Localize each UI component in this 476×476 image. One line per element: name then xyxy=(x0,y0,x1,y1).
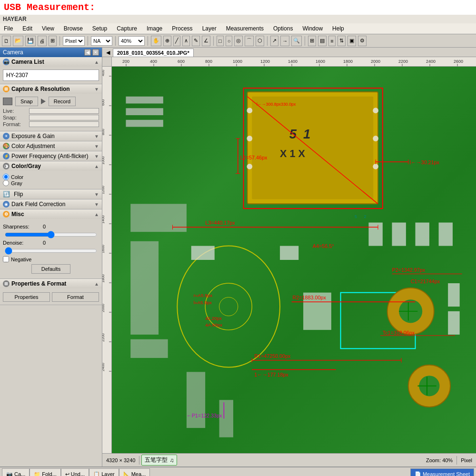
menu-item-options[interactable]: Options xyxy=(271,24,295,33)
camera-list-arrow: ▲ xyxy=(94,60,99,65)
misc-arrow: ▲ xyxy=(94,212,99,217)
cursor-tool[interactable]: ↗ xyxy=(270,36,278,46)
capture-header[interactable]: ⊞ Capture & Resolution ▼ xyxy=(0,84,102,94)
svg-text:600: 600 xyxy=(102,99,105,106)
color-radio-row: Color xyxy=(3,174,99,180)
mea-taskbar-btn[interactable]: 📐 Mea... xyxy=(119,468,150,476)
svg-text:2400: 2400 xyxy=(426,59,436,64)
measurement-sheet-btn[interactable]: 📄 Measurement Sheet xyxy=(410,468,474,476)
zoom-in-tool[interactable]: 🔍 xyxy=(291,36,302,46)
menu-item-setup[interactable]: Setup xyxy=(90,24,109,33)
exposure-section: ☀ Exposure & Gain ▼ xyxy=(0,131,102,141)
svg-text:2400: 2400 xyxy=(102,363,105,371)
ellipse-tool[interactable]: ○ xyxy=(226,36,233,46)
rect-tool[interactable]: □ xyxy=(217,36,224,46)
panel-close-btn[interactable]: ✕ xyxy=(92,49,99,56)
freehand-tool[interactable]: ✎ xyxy=(192,36,200,46)
pcb-background xyxy=(112,67,476,453)
dark-field-header[interactable]: ◉ Dark Field Correction ▼ xyxy=(0,199,102,209)
menu-item-help[interactable]: Help xyxy=(330,24,346,33)
camera-taskbar-btn[interactable]: 📷 Ca... xyxy=(2,468,30,476)
separator-4 xyxy=(148,36,148,46)
exposure-header[interactable]: ☀ Exposure & Gain ▼ xyxy=(0,131,102,141)
properties-button[interactable]: Properties xyxy=(3,292,50,302)
undo-taskbar-btn[interactable]: ↩ Und... xyxy=(61,468,89,476)
menu-item-browse[interactable]: Browse xyxy=(62,24,85,33)
compare-tool[interactable]: ▤ xyxy=(318,36,327,46)
menu-item-file[interactable]: File xyxy=(2,24,15,33)
zoom-select[interactable]: 40% xyxy=(119,36,145,46)
circle-tool[interactable]: ◎ xyxy=(234,36,243,46)
color-adj-header[interactable]: 🎨 Color Adjustment ▼ xyxy=(0,141,102,151)
panel-pin-btn[interactable]: ◀ xyxy=(84,49,91,56)
print-button[interactable]: 🖨 xyxy=(38,36,47,46)
new-button[interactable]: 🗋 xyxy=(2,36,11,46)
denoise-slider[interactable] xyxy=(5,248,97,254)
tab-scroll-left[interactable]: ◀ xyxy=(104,49,112,57)
line-tool[interactable]: ╱ xyxy=(173,36,180,46)
color-radio[interactable] xyxy=(3,174,9,180)
measure-tool[interactable]: ⊕ xyxy=(163,36,171,46)
gray-radio[interactable] xyxy=(3,180,9,186)
arc-tool[interactable]: ⌒ xyxy=(245,36,254,46)
image-ruler-container: 4006008001000120014001600180020002200240… xyxy=(102,67,476,453)
camera-taskbar-icon: 📷 xyxy=(6,471,13,476)
menu-item-image[interactable]: Image xyxy=(145,24,164,33)
negative-checkbox[interactable] xyxy=(3,256,9,262)
open-button[interactable]: 📂 xyxy=(13,36,23,46)
layer-taskbar-btn[interactable]: 📋 Layer xyxy=(89,468,119,476)
format-button[interactable]: Format xyxy=(52,292,99,302)
settings-tool[interactable]: ⚙ xyxy=(358,36,367,46)
menu-item-capture[interactable]: Capture xyxy=(115,24,139,33)
live-label: Live: xyxy=(3,108,29,114)
ime-btn[interactable]: 五笔字型 xyxy=(145,456,168,464)
snap-record-row: Snap Record xyxy=(3,97,99,106)
menu-item-measurements[interactable]: Measurements xyxy=(224,24,266,33)
capture-icon: ⊞ xyxy=(3,86,10,92)
menu-item-edit[interactable]: Edit xyxy=(20,24,34,33)
flip-tool[interactable]: ⇅ xyxy=(337,36,346,46)
image-tab[interactable]: 2018_0101_003554_010.JPG* xyxy=(113,49,194,57)
flip-header[interactable]: 🔃 Flip ▼ xyxy=(0,189,102,199)
pixel-select[interactable]: Pixel xyxy=(63,36,85,46)
menu-item-window[interactable]: Window xyxy=(300,24,325,33)
snap-button[interactable]: Snap xyxy=(15,97,38,106)
polygon-tool[interactable]: ⬡ xyxy=(256,36,264,46)
camera-list-item[interactable]: HY-2307 xyxy=(3,69,99,81)
power-freq-header-left: ⚡ Power Frequency (Anti-flicker) xyxy=(3,153,88,159)
camera-list-header[interactable]: 📷 Camera List ▲ xyxy=(0,57,102,67)
svg-text:1400: 1400 xyxy=(288,59,298,64)
dark-field-header-left: ◉ Dark Field Correction xyxy=(3,201,65,208)
defaults-button[interactable]: Defaults xyxy=(31,264,70,274)
grid-button[interactable]: ⊞ xyxy=(49,36,57,46)
separator-2 xyxy=(88,36,88,46)
image-viewport[interactable]: 5 1 X 1 X xyxy=(112,67,476,453)
folder-taskbar-btn[interactable]: 📁 Fold... xyxy=(30,468,61,476)
sharpness-slider[interactable] xyxy=(5,231,97,238)
color-adj-icon: 🎨 xyxy=(3,143,10,149)
svg-text:1800: 1800 xyxy=(343,59,353,64)
capture-header-left: ⊞ Capture & Resolution xyxy=(3,86,70,92)
record-button[interactable]: Record xyxy=(49,97,76,106)
properties-header[interactable]: ⊞ Properties & Format ▲ xyxy=(0,279,102,288)
menu-item-view[interactable]: View xyxy=(40,24,56,33)
color-adj-arrow: ▼ xyxy=(94,144,99,149)
camera-list-section: 📷 Camera List ▲ HY-2307 xyxy=(0,57,102,84)
arrow-tool[interactable]: → xyxy=(280,36,289,46)
power-freq-header[interactable]: ⚡ Power Frequency (Anti-flicker) ▼ xyxy=(0,151,102,161)
angle-tool[interactable]: ∠ xyxy=(202,36,210,46)
svg-text:600: 600 xyxy=(178,59,185,64)
save-button[interactable]: 💾 xyxy=(25,36,36,46)
svg-text:2200: 2200 xyxy=(398,59,408,64)
extra-tool[interactable]: ▣ xyxy=(347,36,356,46)
hand-tool[interactable]: ✋ xyxy=(151,36,161,46)
menu-item-process[interactable]: Process xyxy=(170,24,194,33)
menu-item-layer[interactable]: Layer xyxy=(200,24,218,33)
polyline-tool[interactable]: ∧ xyxy=(182,36,190,46)
align-tool[interactable]: ≡ xyxy=(328,36,335,46)
sharpness-value: 0 xyxy=(36,224,46,229)
misc-header[interactable]: ⚙ Misc ▲ xyxy=(0,209,102,219)
calibrate-tool[interactable]: ⊞ xyxy=(308,36,316,46)
na-select[interactable]: NA xyxy=(91,36,112,46)
color-gray-header[interactable]: ◑ Color/Gray ▲ xyxy=(0,161,102,171)
